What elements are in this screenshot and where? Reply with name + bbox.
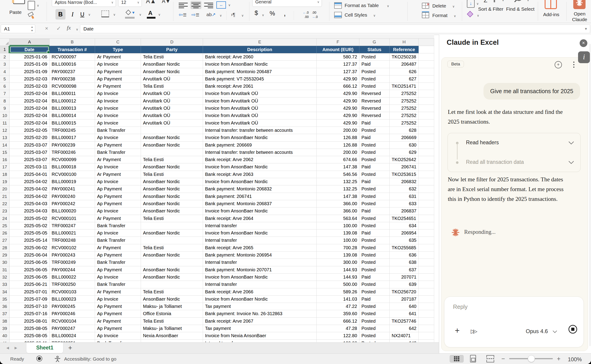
orientation-icon[interactable]: ab↗	[206, 12, 216, 17]
cell-D7[interactable]: Arvutitark OÜ	[141, 90, 203, 97]
cell-A18[interactable]: 2025-04-01	[10, 171, 50, 178]
cell-A36[interactable]: 2025-07-10	[10, 303, 50, 310]
header-cell-transaction-[interactable]: Transaction #	[50, 46, 95, 53]
cell-filler[interactable]	[419, 105, 434, 112]
cell-E24[interactable]: Bank receipt: Arve 2064	[203, 215, 317, 222]
paste-button[interactable]: Paste	[6, 10, 25, 15]
increase-font-icon[interactable]: A▲	[146, 0, 156, 5]
header-cell-type[interactable]: Type	[95, 46, 141, 53]
more-options-icon[interactable]	[573, 62, 575, 69]
header-cell-party[interactable]: Party	[141, 46, 203, 53]
fill-dropdown2-icon[interactable]: ∨	[476, 2, 479, 6]
row-number-18[interactable]: 18	[0, 171, 10, 178]
normal-view-button[interactable]	[450, 355, 464, 363]
cell-H17[interactable]: 206741	[390, 163, 419, 171]
cell-C23[interactable]: Ap Invoice	[95, 208, 141, 215]
cell-H39[interactable]: 642	[390, 325, 419, 332]
cell-C31[interactable]: Ap Payment	[95, 266, 141, 273]
cell-D29[interactable]: AnsonBaer Nordic	[141, 252, 203, 259]
cell-C34[interactable]: Ar Payment	[95, 288, 141, 296]
cell-B5[interactable]: PAY000238	[50, 75, 95, 83]
cell-A10[interactable]: 2025-02-04	[10, 112, 50, 119]
cell-F15[interactable]: 200.00	[317, 149, 359, 156]
cell-H38[interactable]: TKO257746	[390, 318, 419, 325]
cell-C20[interactable]: Ap Payment	[95, 185, 141, 193]
cell-filler[interactable]	[419, 127, 434, 134]
cell-A31[interactable]: 2025-06-05	[10, 266, 50, 273]
cell-C16[interactable]: Ar Payment	[95, 156, 141, 163]
row-number-25[interactable]: 25	[0, 222, 10, 229]
cell-B26[interactable]: BILL000021	[50, 229, 95, 237]
cell-D21[interactable]: AnsonBaer Nordic	[141, 193, 203, 200]
cell-filler[interactable]	[419, 142, 434, 149]
cell-B38[interactable]: RCV000104	[50, 318, 95, 325]
row-number-40[interactable]: 40	[0, 332, 10, 339]
column-header-G[interactable]: G	[359, 39, 390, 46]
cell-A9[interactable]: 2025-02-04	[10, 105, 50, 112]
header-cell-description[interactable]: Description	[203, 46, 317, 53]
cell-F5[interactable]: 429.90	[317, 75, 359, 83]
cell-H7[interactable]: 275252	[390, 90, 419, 97]
cell-E19[interactable]: Invoice from AnsonBaer Nordic	[203, 178, 317, 185]
align-right-icon[interactable]	[204, 2, 213, 8]
cell-D6[interactable]: Telia Eesti	[141, 83, 203, 90]
cell-filler[interactable]	[419, 310, 434, 318]
cell-E11[interactable]: Invoice from Arvutitark OÜ	[203, 119, 317, 127]
cell-H15[interactable]: 629	[390, 149, 419, 156]
row-number-3[interactable]: 3	[0, 61, 10, 68]
cell-E8[interactable]: Invoice from Arvutitark OÜ	[203, 98, 317, 105]
cell-B36[interactable]: PAY000245	[50, 303, 95, 310]
clear-dropdown-icon[interactable]: ∨	[477, 14, 479, 17]
cell-filler[interactable]	[419, 46, 434, 53]
cell-A21[interactable]: 2025-04-02	[10, 193, 50, 200]
cell-E10[interactable]: Invoice from Arvutitark OÜ	[203, 112, 317, 119]
name-box-stepper[interactable]: ▲▼	[31, 25, 33, 32]
cell-G28[interactable]: Posted	[359, 244, 390, 252]
cell-C21[interactable]: Ap Payment	[95, 193, 141, 200]
row-number-30[interactable]: 30	[0, 259, 10, 266]
column-header-C[interactable]: C	[95, 39, 141, 46]
cell-filler[interactable]	[419, 288, 434, 296]
tool-call-read-all-data[interactable]: Read all transaction data	[448, 156, 580, 169]
cell-filler[interactable]	[419, 200, 434, 208]
cell-E40[interactable]: Invoice from Nexia AnsonBaer	[203, 332, 317, 339]
cell-G21[interactable]: Posted	[359, 193, 390, 200]
cell-G20[interactable]: Posted	[359, 185, 390, 193]
cell-E13[interactable]: Invoice from AnsonBaer Nordic	[203, 134, 317, 141]
cancel-icon[interactable]: ×	[45, 25, 48, 32]
row-number-7[interactable]: 7	[0, 90, 10, 97]
cell-D22[interactable]: AnsonBaer Nordic	[141, 200, 203, 208]
cell-B16[interactable]: RCV000099	[50, 156, 95, 163]
increase-indent-icon[interactable]: ⇨☰	[191, 12, 199, 18]
cell-filler[interactable]	[419, 90, 434, 97]
cell-C9[interactable]: Ap Invoice	[95, 105, 141, 112]
cell-G24[interactable]: Posted	[359, 215, 390, 222]
cell-H41[interactable]: 643	[390, 340, 419, 342]
cell-G27[interactable]: Posted	[359, 237, 390, 244]
cell-H33[interactable]: 639	[390, 281, 419, 288]
cell-H24[interactable]: TKO254651	[390, 215, 419, 222]
increase-decimal-icon[interactable]: ←.0.00	[297, 10, 309, 19]
cell-filler[interactable]	[419, 332, 434, 339]
percent-format-icon[interactable]: %	[269, 10, 275, 17]
close-panel-icon[interactable]: ×	[580, 39, 587, 47]
cell-B13[interactable]: BILL000017	[50, 134, 95, 141]
font-name-select[interactable]: Aptos Narrow (Bod...∨	[52, 0, 116, 7]
column-header-H[interactable]: H	[390, 39, 419, 46]
page-break-view-icon[interactable]	[486, 355, 495, 362]
decrease-indent-icon[interactable]: ⇦☰	[179, 12, 187, 18]
underline-button[interactable]: U	[79, 9, 86, 20]
cell-F6[interactable]: 666.12	[317, 83, 359, 90]
cell-E17[interactable]: Invoice from AnsonBaer Nordic	[203, 163, 317, 171]
cell-H20[interactable]: 632	[390, 185, 419, 193]
cell-A14[interactable]: 2025-03-07	[10, 142, 50, 149]
row-number-5[interactable]: 5	[0, 75, 10, 83]
cell-F39[interactable]: 47.28	[317, 325, 359, 332]
cell-G34[interactable]: Posted	[359, 288, 390, 296]
format-painter-icon[interactable]	[28, 12, 34, 19]
cell-filler[interactable]	[419, 208, 434, 215]
cell-C11[interactable]: Ap Invoice	[95, 119, 141, 127]
cell-D34[interactable]: Telia Eesti	[141, 288, 203, 296]
cell-G19[interactable]: Paid	[359, 178, 390, 185]
open-claude-icon[interactable]	[573, 0, 585, 9]
